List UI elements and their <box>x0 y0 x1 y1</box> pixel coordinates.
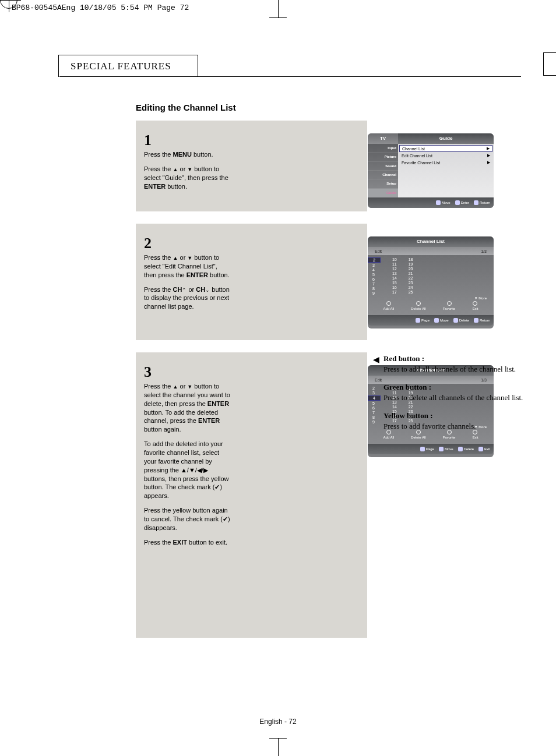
osd2-title: Channel List <box>368 236 494 247</box>
ann-yellow: Yellow button : Press to add favorite ch… <box>383 411 523 431</box>
step-2-number: 2 <box>144 233 230 253</box>
bb-return: Return <box>474 200 490 205</box>
channel-item: 6 <box>372 406 381 410</box>
step-2-p2: Press the CH⌃ or CH⌄ button to display t… <box>144 285 230 312</box>
bb-move: Move <box>436 200 451 205</box>
ann-green: Green button : Press to delete all chann… <box>383 382 523 402</box>
channel-item: 22 <box>409 276 413 280</box>
channel-item: 8 <box>372 287 381 291</box>
osd-side-guide: Guide <box>368 189 398 197</box>
page-footer: English - 72 <box>0 718 556 726</box>
channel-item: 5 <box>372 401 381 405</box>
osd-row-channel-list: Channel List▶ <box>399 145 492 152</box>
osd-side-sound: Sound <box>368 162 398 171</box>
channel-item: 10 <box>392 257 397 262</box>
bb-item: Return <box>474 318 490 323</box>
step-3: 3 Press the ▲ or ▼ button to select the … <box>136 352 367 638</box>
step-3-p2b: Press the yellow button again to cancel.… <box>144 506 230 532</box>
channel-item: 20 <box>409 267 413 271</box>
channel-item: 7 <box>372 411 381 415</box>
osd-tv-label: TV <box>368 133 398 144</box>
channel-item: 16 <box>392 285 397 289</box>
page-title: Editing the Channel List <box>136 103 236 112</box>
osd2-edit: Edit <box>375 249 382 253</box>
return-icon <box>474 200 478 205</box>
bb-item: Move <box>434 318 449 323</box>
channel-item: 24 <box>409 285 413 289</box>
step-2: 2 Press the ▲ or ▼ button to select "Edi… <box>136 224 367 340</box>
osd2-more: ▼ More <box>372 295 489 300</box>
osd3-bottombar: PageMoveDeleteExit <box>368 444 494 454</box>
channel-item: 3 <box>372 263 381 267</box>
channel-item: 8 <box>372 415 381 419</box>
osd2-actions: Add AllDelete AllFavoriteExit <box>372 300 489 313</box>
osd-action: Delete All <box>411 301 425 310</box>
channel-item: 2 <box>372 386 381 390</box>
step-1-p2: Press the ▲ or ▼ button to select "Guide… <box>144 165 230 191</box>
bb-enter: Enter <box>455 200 469 205</box>
down-icon: ▼ <box>187 255 192 262</box>
step-1-number: 1 <box>144 130 230 150</box>
channel-item: 11 <box>392 262 397 266</box>
channel-item: 13 <box>392 271 397 275</box>
channel-item: 4 <box>372 268 381 272</box>
bb-item: Delete <box>453 318 469 323</box>
channel-item: 12 <box>392 267 397 271</box>
osd3-edit: Edit <box>375 378 382 382</box>
osd-row-favorite-channel-list: Favorite Channel List▶ <box>399 159 492 166</box>
step-1-p1: Press the MENU button. <box>144 150 230 159</box>
channel-item: 5 <box>372 273 381 277</box>
osd2-page: 1/3 <box>481 249 487 253</box>
left-arrow-icon: ◀ <box>373 355 379 365</box>
section-rule <box>59 76 521 77</box>
channel-item: 7 <box>372 282 381 286</box>
channel-item: 17 <box>392 290 397 294</box>
step-3-p2: To add the deleted into your favorite ch… <box>144 440 230 500</box>
step-3-p3: Press the EXIT button to exit. <box>144 538 230 547</box>
channel-item: 14 <box>392 276 397 280</box>
channel-item: 21 <box>409 271 413 275</box>
down-icon: ▼ <box>187 166 192 173</box>
osd-side-picture: Picture <box>368 153 398 161</box>
step-1: 1 Press the MENU button. Press the ▲ or … <box>136 121 367 211</box>
down-icon: ▼ <box>187 383 192 390</box>
bb-item: Move <box>439 447 453 451</box>
osd-side-setup: Setup <box>368 179 398 188</box>
move-icon <box>436 200 441 205</box>
channel-item: 3 <box>372 391 381 395</box>
osd-action: Favorite <box>443 301 456 310</box>
step-3-number: 3 <box>144 362 230 382</box>
ann-red: Red button : Press to add all channels o… <box>383 354 523 374</box>
step-2-p1: Press the ▲ or ▼ button to select "Edit … <box>144 253 230 280</box>
channel-item: 9 <box>372 420 381 424</box>
osd2-bottombar: PageMoveDeleteReturn <box>368 315 494 326</box>
osd-side-channel: Channel <box>368 171 398 179</box>
enter-icon <box>455 200 460 205</box>
channel-item: 19 <box>409 262 413 266</box>
osd-side-input: Input <box>368 144 398 153</box>
step-3-p1: Press the ▲ or ▼ button to select the ch… <box>144 382 230 434</box>
osd2-grid: 2345678910111213141516171819202122232425 <box>372 257 489 295</box>
channel-item: 2 <box>368 257 381 263</box>
side-annotations: ◀ Red button : Press to add all channels… <box>383 354 523 439</box>
section-header: SPECIAL FEATURES <box>58 55 198 77</box>
osd-action: Add All <box>383 301 395 310</box>
channel-item: 9 <box>372 291 381 295</box>
channel-item: 6 <box>372 277 381 281</box>
bb-item: Page <box>416 318 430 323</box>
channel-item: 25 <box>409 290 413 294</box>
osd-guide-label: Guide <box>398 133 494 144</box>
bb-item: Exit <box>478 447 490 451</box>
channel-item: 15 <box>392 281 397 285</box>
bb-item: Delete <box>458 447 474 451</box>
channel-item: 23 <box>409 281 413 285</box>
channel-item: 4 <box>368 395 381 401</box>
osd-action: Exit <box>472 301 478 310</box>
channel-item: 18 <box>409 257 413 262</box>
osd-channel-list-2: Channel List Edit1/3 2345678910111213141… <box>368 236 494 328</box>
osd-row-edit-channel-list: Edit Channel List▶ <box>399 152 492 159</box>
print-header: BP68-00545AEng 10/18/05 5:54 PM Page 72 <box>12 3 189 12</box>
osd-guide-menu: TV Guide Input Picture Sound Channel Set… <box>368 133 494 208</box>
bb-item: Page <box>420 447 434 451</box>
